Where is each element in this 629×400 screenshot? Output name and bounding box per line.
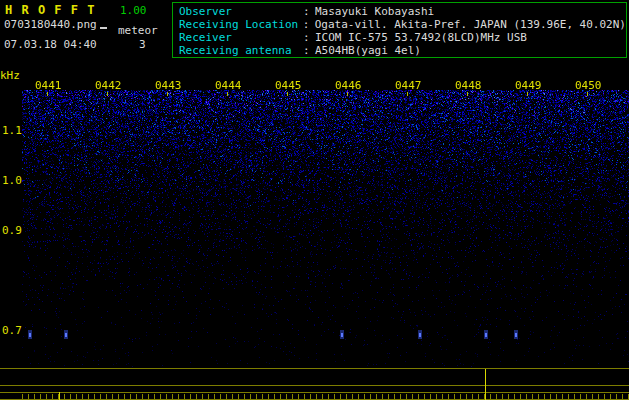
time-tick-label: 0447 [395,79,422,92]
minute-tick [527,92,528,96]
freq-tick-label: 0.9 [2,224,22,237]
time-tick-label: 0443 [155,79,182,92]
minute-tick [347,92,348,96]
info-separator: : [303,31,315,44]
info-value: A504HB(yagi 4el) [315,44,421,57]
info-label: Observer [179,5,303,18]
minute-tick [107,92,108,96]
time-tick-label: 0441 [35,79,62,92]
spectrogram-noise-canvas [22,90,629,367]
station-info-box: Observer : Masayuki Kobayashi Receiving … [172,2,627,58]
freq-tick-label: 0.7 [2,324,22,337]
hrofft-output-screen: H R O F F T 1.00 0703180440.png meteor 0… [0,0,629,400]
app-title: H R O F F T [5,3,95,17]
datetime-label: 07.03.18 04:40 [4,38,97,51]
minute-tick [287,92,288,96]
info-separator: : [303,5,315,18]
time-tick-label: 0444 [215,79,242,92]
info-value: ICOM IC-575 53.7492(8LCD)MHz USB [315,31,527,44]
info-row-observer: Observer : Masayuki Kobayashi [179,5,626,18]
info-value: Masayuki Kobayashi [315,5,434,18]
freq-tick-label: 1.0 [2,174,22,187]
grid-line [0,385,629,386]
meteor-count: 3 [139,38,146,51]
info-row-antenna: Receiving antenna : A504HB(yagi 4el) [179,44,626,57]
minute-tick [227,92,228,96]
minute-tick [587,92,588,96]
time-tick-label: 0450 [575,79,602,92]
output-filename: 0703180440.png [4,18,97,31]
info-label: Receiver [179,31,303,44]
info-label: Receiving antenna [179,44,303,57]
strip-event-marker [485,369,486,400]
minute-tick [467,92,468,96]
app-version: 1.00 [120,4,147,17]
info-label: Receiving Location [179,18,303,31]
time-tick-label: 0448 [455,79,482,92]
minute-tick [407,92,408,96]
strip-time-ticks [22,394,629,399]
grid-line [0,368,629,369]
time-tick-label: 0449 [515,79,542,92]
info-row-location: Receiving Location : Ogata-vill. Akita-P… [179,18,626,31]
strip-event-marker [59,392,60,400]
mode-label: meteor [118,24,158,37]
grid-line [0,392,629,393]
freq-unit-label: kHz [0,69,20,82]
freq-tick-label: 1.1 [2,124,22,137]
minute-tick [47,92,48,96]
text-cursor [100,27,107,29]
time-tick-label: 0445 [275,79,302,92]
info-row-receiver: Receiver : ICOM IC-575 53.7492(8LCD)MHz … [179,31,626,44]
info-separator: : [303,18,315,31]
signal-level-strip [0,368,629,400]
minute-tick [167,92,168,96]
info-separator: : [303,44,315,57]
time-tick-label: 0446 [335,79,362,92]
info-value: Ogata-vill. Akita-Pref. JAPAN (139.96E, … [315,18,626,31]
time-tick-label: 0442 [95,79,122,92]
